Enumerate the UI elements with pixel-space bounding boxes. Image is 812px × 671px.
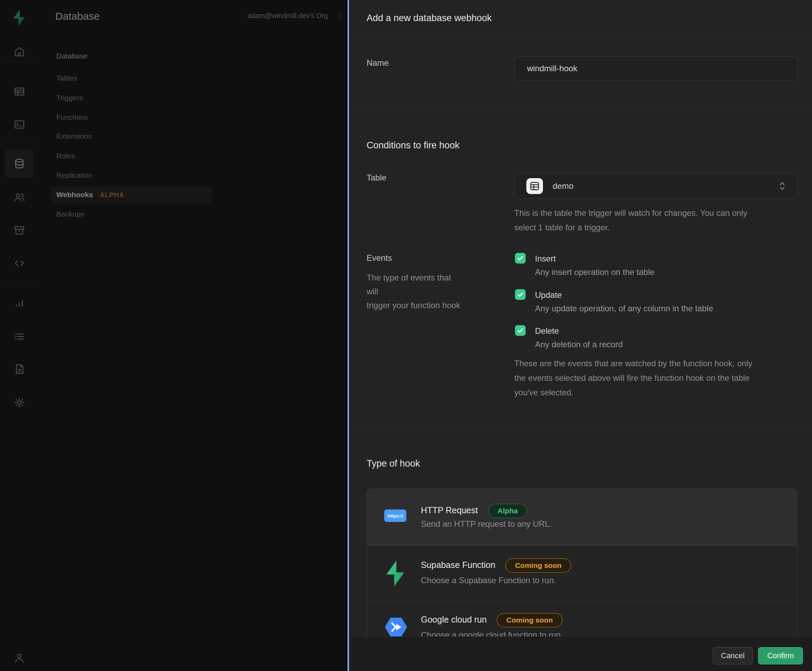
table-editor-icon[interactable] [14,85,25,97]
check-icon [517,291,524,298]
divider [350,428,812,428]
database-sidebar: Database adam@windmill.dev's Org / Datab… [39,0,347,671]
drawer-footer: Cancel Confirm [350,637,812,671]
hook-option-google-cloud-run[interactable]: Google cloud run Coming soon Choose a go… [367,601,797,637]
hook-option-supabase-function[interactable]: Supabase Function Coming soon Choose a S… [367,546,797,601]
sidebar-item-functions[interactable]: Functions [56,113,88,122]
auth-users-icon[interactable] [14,191,25,203]
org-label[interactable]: adam@windmill.dev's Org [248,12,328,20]
home-icon[interactable] [14,46,25,58]
sidebar-item-replication[interactable]: Replication [56,171,92,180]
name-label: Name [366,58,389,68]
insert-label: Insert [535,254,556,264]
sidebar-item-database: Database [56,51,87,61]
user-icon[interactable] [14,652,25,664]
storage-icon[interactable] [14,225,25,236]
table-select[interactable]: demo [514,173,797,199]
insert-description: Any insert operation on the table [535,267,655,277]
delete-label: Delete [535,326,559,336]
rail-divider [5,144,32,144]
sidebar-item-webhooks[interactable]: WebhooksALPHA [56,190,124,199]
sidebar-item-triggers[interactable]: Triggers [56,94,83,102]
insert-checkbox[interactable] [515,253,526,264]
events-note: These are the events that are watched by… [514,356,752,400]
table-select-value: demo [553,181,574,191]
update-description: Any update operation, of any column in t… [535,304,713,313]
sidebar-item-backups[interactable]: Backups [56,209,84,219]
supabase-logo-icon[interactable] [11,9,27,26]
chevron-up-down-icon [779,181,785,191]
hook-option-description: Choose a google cloud function to run [421,630,560,637]
app-window: Database adam@windmill.dev's Org / Datab… [0,0,812,671]
cancel-button[interactable]: Cancel [713,647,753,664]
supabase-bolt-icon [384,560,406,587]
conditions-heading: Conditions to fire hook [366,140,460,151]
rail-divider [5,283,32,283]
dimmed-background: Database adam@windmill.dev's Org / Datab… [0,0,347,671]
alpha-badge: ALPHA [100,191,124,199]
settings-icon[interactable] [14,397,25,409]
sidebar-item-roles[interactable]: Roles [56,152,75,160]
logs-icon[interactable] [14,330,25,342]
name-input[interactable] [514,56,797,80]
events-label: Events [366,253,392,263]
hook-option-title: HTTP Request Alpha [421,504,528,518]
hook-type-list: https:// HTTP Request Alpha Send an HTTP… [366,489,797,637]
hook-option-title: Supabase Function Coming soon [421,558,571,573]
divider [350,110,812,110]
breadcrumb-separator: / [339,11,341,20]
check-icon [517,255,524,262]
reports-icon[interactable] [14,298,25,309]
drawer-title: Add a new database webhook [366,13,492,24]
table-help-text: This is the table the trigger will watch… [514,206,747,235]
delete-description: Any deletion of a record [535,340,623,349]
update-checkbox[interactable] [515,289,526,300]
google-cloud-run-icon [384,615,407,637]
table-label: Table [366,173,386,182]
delete-checkbox[interactable] [515,325,526,336]
events-description: The type of events that will trigger you… [366,271,463,312]
coming-soon-badge: Coming soon [505,558,571,573]
nav-rail [0,0,39,671]
alpha-pill-badge: Alpha [488,504,528,518]
confirm-button[interactable]: Confirm [758,647,803,664]
sidebar-item-webhooks-label: Webhooks [56,191,93,199]
docs-icon[interactable] [14,363,25,375]
hook-option-description: Send an HTTP request to any URL. [421,519,552,529]
update-label: Update [535,290,562,300]
sidebar-item-tables[interactable]: Tables [56,74,77,83]
divider [350,37,812,38]
code-icon[interactable] [14,257,25,269]
coming-soon-badge: Coming soon [497,613,562,627]
hook-type-heading: Type of hook [366,458,420,469]
check-icon [517,327,524,334]
hook-option-title: Google cloud run Coming soon [421,613,563,627]
table-grid-icon [526,178,543,194]
webhook-drawer: Add a new database webhook Name Conditio… [347,0,812,671]
database-icon[interactable] [14,158,25,169]
sidebar-item-extensions[interactable]: Extensions [56,132,92,141]
hook-option-http-request[interactable]: https:// HTTP Request Alpha Send an HTTP… [367,489,797,546]
sql-terminal-icon[interactable] [14,119,25,130]
hook-option-description: Choose a Supabase Function to run. [421,576,556,585]
rail-divider [5,61,32,61]
sidebar-title: Database [55,10,100,22]
https-icon: https:// [384,509,406,522]
